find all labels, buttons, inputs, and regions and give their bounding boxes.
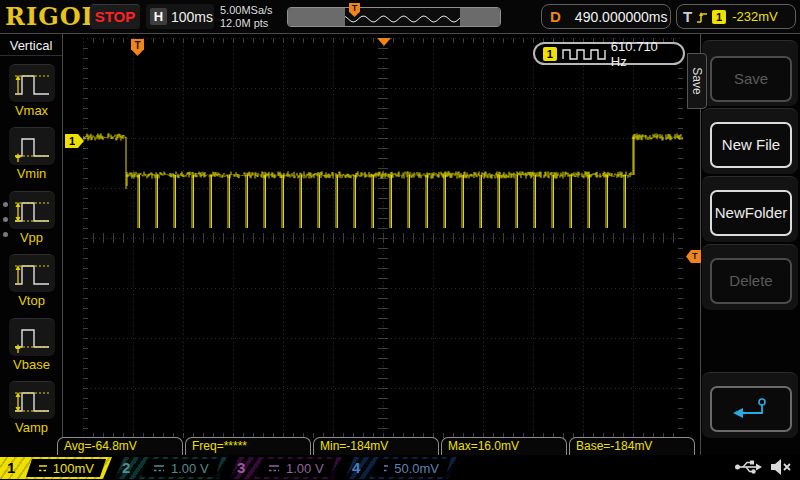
menu-item-vpp[interactable]: Vpp [0,191,63,245]
save-button[interactable]: Save [710,56,792,102]
menu-item-label: Vmax [0,103,63,118]
new-folder-button[interactable]: NewFolder [710,190,792,236]
vmax-icon [13,69,51,99]
channel-scale: 50.0mV [394,461,439,476]
measurement-freq: Freq=***** [185,437,311,455]
square-wave-icon [562,47,606,61]
menu-item-label: Vmin [0,166,63,181]
channel-number: 4 [352,458,360,478]
delay-readout: D 490.000000ms [541,4,671,29]
dc-coupling-icon [268,463,280,473]
trigger-readout[interactable]: T 1 -232mV [676,4,796,29]
menu-item-label: Vpp [0,230,63,245]
memory-right-shade [460,8,501,27]
timebase-value: 100ms [171,9,213,25]
channel-3-indicator[interactable]: 3 1.00 V [230,457,342,479]
channel-number: 1 [7,458,15,478]
speaker-muted-icon [770,458,792,476]
menu-page-indicator-dot [3,232,8,237]
measurement-base: Base=-184mV [569,437,695,455]
measurement-min: Min=-184mV [313,437,439,455]
rigol-logo: RIGOL [5,2,99,31]
menu-page-indicator-dot [3,217,8,222]
delay-label: D [550,8,561,25]
oscilloscope-screen: RIGOL STOP H 100ms 5.00MSa/s 12.0M pts T… [0,0,800,480]
trigger-level-marker[interactable]: T [686,250,701,263]
menu-item-label: Vbase [0,357,63,372]
return-arrow-icon [729,395,773,423]
waveform-display [83,38,683,438]
frequency-counter: 1 610.710 Hz [533,42,685,65]
run-state-badge[interactable]: STOP [90,4,140,29]
menu-item-vbase[interactable]: Vbase [0,318,63,372]
channel-status-bar: 1 100mV 2 1.00 V 3 [0,456,800,480]
trigger-label: T [683,8,692,25]
vmin-icon [13,132,51,162]
channel-1-level-marker[interactable]: 1 [65,134,84,148]
rising-edge-icon [696,9,708,25]
channel-scale: 1.00 V [286,461,324,476]
channel-number: 2 [122,458,130,478]
menu-item-vmin[interactable]: Vmin [0,127,63,181]
vamp-icon [13,386,51,416]
trigger-level-value: -232mV [732,9,778,24]
memory-depth: 12.0M pts [220,17,273,30]
counter-source-badge: 1 [543,47,557,61]
memory-position-bar[interactable] [287,7,501,27]
menu-tab-save: Save [687,53,707,109]
trigger-source-badge: 1 [712,10,726,24]
channel-1-trace [83,38,683,438]
sample-rate: 5.00MSa/s [220,4,273,17]
memory-left-shade [288,8,345,27]
usb-icon [734,458,762,476]
menu-item-vmax[interactable]: Vmax [0,64,63,118]
left-menu-title: Vertical [0,34,62,56]
counter-value: 610.710 Hz [611,39,675,69]
channel-2-indicator[interactable]: 2 1.00 V [115,457,227,479]
measurement-avg: Avg=-64.8mV [57,437,183,455]
menu-item-label: Vamp [0,420,63,435]
vtop-icon [13,259,51,289]
channel-number: 3 [237,458,245,478]
channel-scale: 1.00 V [171,461,209,476]
delay-value: 490.000000ms [575,9,668,25]
delete-button[interactable]: Delete [710,258,792,304]
dc-coupling-icon [383,463,388,473]
top-status-bar: RIGOL STOP H 100ms 5.00MSa/s 12.0M pts T… [0,0,800,34]
dc-coupling-icon [153,463,165,473]
dc-coupling-icon [38,463,47,473]
vbase-icon [13,323,51,353]
channel-1-indicator[interactable]: 1 100mV [0,457,112,479]
h-label: H [150,8,167,25]
horizontal-timebase-readout[interactable]: H 100ms [146,4,214,29]
measurement-max: Max=16.0mV [441,437,567,455]
channel-scale: 100mV [53,461,94,476]
vpp-icon [13,196,51,226]
acquisition-info: 5.00MSa/s 12.0M pts [220,4,273,30]
menu-item-label: Vtop [0,293,63,308]
menu-page-indicator-dot [3,202,8,207]
menu-item-vamp[interactable]: Vamp [0,381,63,435]
channel-4-indicator[interactable]: 4 50.0mV [345,457,457,479]
new-file-button[interactable]: New File [710,122,792,168]
menu-item-vtop[interactable]: Vtop [0,254,63,308]
back-button[interactable] [710,386,792,432]
